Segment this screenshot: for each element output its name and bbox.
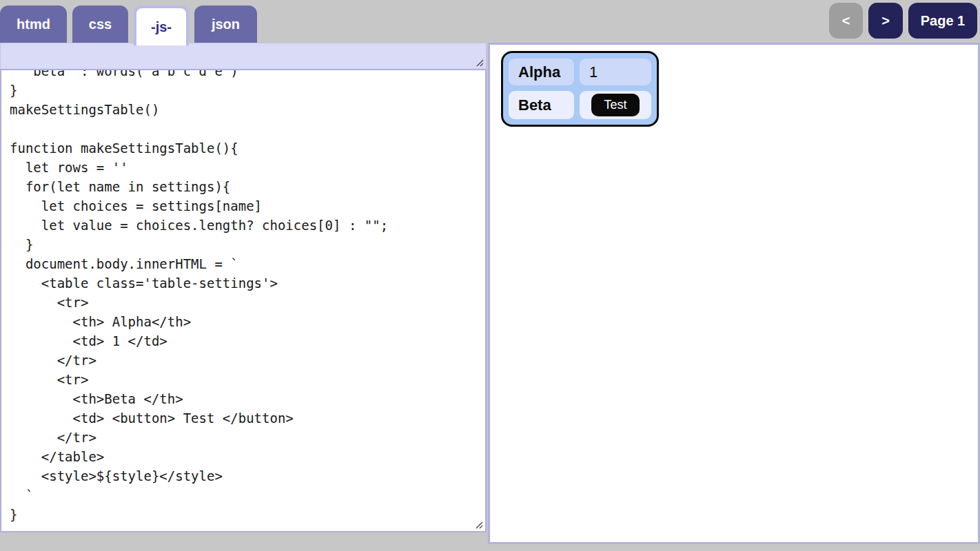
tab-json[interactable]: json (194, 6, 257, 43)
preview-panel: Alpha 1 Beta Test (488, 43, 980, 544)
tab-css[interactable]: css (72, 6, 128, 43)
js-code-text: 'beta' : words('a b c d e') } makeSettin… (1, 69, 485, 524)
table-row: Beta Test (509, 91, 651, 119)
prev-page-button[interactable]: < (829, 3, 863, 39)
row-header-beta: Beta (509, 91, 574, 119)
tab-js[interactable]: -js- (134, 6, 189, 45)
row-header-alpha: Alpha (509, 59, 574, 85)
main-area: let data = /* json */; 'beta' : words('a… (0, 43, 980, 551)
resize-grip-icon[interactable] (475, 58, 484, 67)
data-declaration-textarea[interactable]: let data = /* json */; (0, 43, 487, 69)
tab-bar: htmd css -js- json < > Page 1 (0, 0, 980, 43)
resize-grip-icon[interactable] (474, 520, 483, 529)
table-row: Alpha 1 (509, 59, 651, 85)
row-value-alpha: 1 (580, 59, 651, 85)
editor-column: let data = /* json */; 'beta' : words('a… (0, 43, 488, 532)
test-button[interactable]: Test (591, 94, 639, 116)
settings-table: Alpha 1 Beta Test (501, 51, 659, 127)
js-code-textarea[interactable]: 'beta' : words('a b c d e') } makeSettin… (0, 69, 487, 532)
pager: < > Page 1 (829, 3, 980, 39)
tab-htmd[interactable]: htmd (0, 6, 67, 43)
row-value-beta: Test (580, 91, 651, 119)
page-indicator-button[interactable]: Page 1 (908, 3, 977, 39)
next-page-button[interactable]: > (868, 3, 903, 39)
